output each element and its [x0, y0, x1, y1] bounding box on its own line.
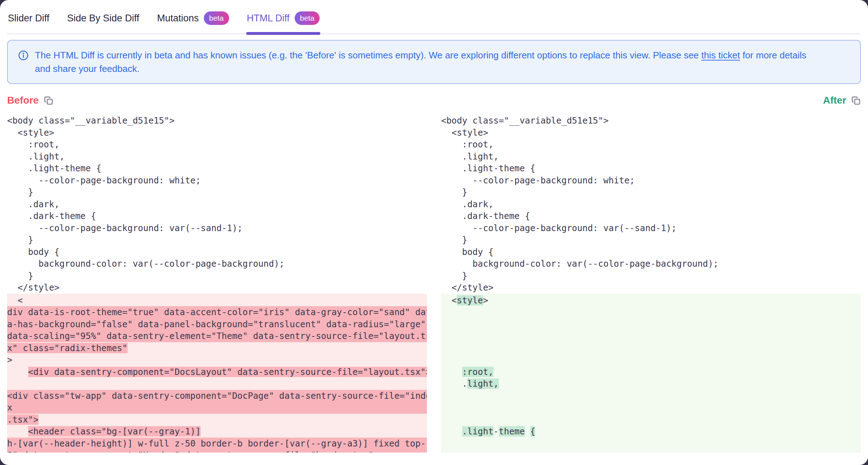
diff-row: [7, 378, 427, 390]
before-common-code: <body class="__variable_d51e15"> <style>…: [7, 115, 427, 294]
after-header: After: [823, 95, 861, 106]
tab-slider-diff[interactable]: Slider Diff: [7, 10, 50, 32]
code-line: .dark,: [7, 198, 427, 210]
code-line: :root,: [7, 139, 427, 151]
copy-icon: [44, 96, 53, 105]
diff-row: data-scaling="95%" data-sentry-element="…: [7, 330, 427, 342]
code-line: --color-page-background: white;: [441, 174, 861, 187]
diff-row: <div data-sentry-component="DocsLayout" …: [7, 366, 427, 378]
before-header: Before: [7, 95, 53, 106]
after-label: After: [823, 95, 846, 106]
before-panel: <body class="__variable_d51e15"> <style>…: [7, 115, 427, 453]
code-line: .light-theme {: [7, 162, 427, 174]
diff-row: :root,: [441, 366, 861, 378]
diff-row: x: [7, 402, 427, 414]
code-line: body {: [441, 246, 861, 258]
code-line: --color-page-background: var(--sand-1);: [441, 222, 861, 234]
diff-row: .light-theme {: [441, 425, 861, 438]
after-added-block: <style> :root, .light, .light-theme {: [441, 294, 861, 453]
tab-label: Slider Diff: [8, 13, 50, 24]
code-line: }: [7, 270, 427, 282]
code-line: .dark-theme {: [441, 210, 861, 222]
diff-row: [441, 414, 861, 426]
diff-row: [441, 438, 861, 450]
tab-label: Mutations: [157, 13, 199, 24]
page-card: Slider DiffSide By Side DiffMutationsbet…: [0, 0, 868, 465]
code-line: .dark-theme {: [7, 210, 427, 222]
tab-label: Side By Side Diff: [67, 13, 139, 24]
diff-row: <div class="tw-app" data-sentry-componen…: [7, 390, 427, 402]
diff-row: [441, 390, 861, 402]
after-copy-button[interactable]: [851, 96, 861, 105]
diff-row: x" class="radix-themes": [7, 342, 427, 354]
tab-html-diff[interactable]: HTML Diffbeta: [246, 9, 321, 33]
code-line: background-color: var(--color-page-backg…: [441, 258, 861, 270]
code-line: --color-page-background: var(--sand-1);: [7, 222, 427, 234]
before-removed-block: <div data-is-root-theme="true" data-acce…: [7, 294, 427, 453]
diff-row: <style>: [441, 294, 861, 307]
code-line: <style>: [7, 127, 427, 139]
after-common-code: <body class="__variable_d51e15"> <style>…: [441, 115, 861, 294]
beta-info-banner: The HTML Diff is currently in beta and h…: [7, 40, 861, 84]
diff-row: div data-is-root-theme="true" data-accen…: [7, 306, 427, 318]
diff-header: Before After: [7, 95, 861, 106]
code-line: }: [7, 234, 427, 246]
diff-row: [441, 306, 861, 318]
code-area: <body class="__variable_d51e15"> <style>…: [7, 115, 861, 453]
diff-row: <: [7, 294, 427, 307]
code-line: :root,: [441, 139, 861, 151]
code-line: --color-page-background: white;: [7, 174, 427, 187]
tab-mutations[interactable]: Mutationsbeta: [156, 9, 230, 33]
diff-row: h-[var(--header-height)] w-full z-50 bor…: [7, 438, 427, 450]
before-label: Before: [7, 95, 39, 106]
beta-badge: beta: [295, 11, 320, 25]
code-line: }: [441, 234, 861, 246]
code-line: .dark,: [441, 198, 861, 210]
banner-text-start: The HTML Diff is currently in beta and h…: [35, 50, 701, 61]
diff-row: >: [7, 354, 427, 366]
code-line: </style>: [7, 282, 427, 294]
code-line: <body class="__variable_d51e15">: [7, 115, 427, 127]
diff-row: .light,: [441, 378, 861, 390]
code-line: .light-theme {: [441, 162, 861, 174]
code-line: }: [441, 270, 861, 282]
code-line: <style>: [441, 127, 861, 139]
copy-icon: [851, 96, 861, 105]
tab-side-by-side-diff[interactable]: Side By Side Diff: [67, 10, 140, 32]
beta-badge: beta: [204, 11, 229, 25]
tab-bar: Slider DiffSide By Side DiffMutationsbet…: [7, 9, 861, 34]
code-line: }: [7, 186, 427, 198]
diff-row: [441, 402, 861, 414]
code-line: background-color: var(--color-page-backg…: [7, 258, 427, 270]
code-line: </style>: [441, 282, 861, 294]
diff-row: [441, 330, 861, 342]
diff-row: .tsx">: [7, 414, 427, 426]
after-panel: <body class="__variable_d51e15"> <style>…: [441, 115, 861, 453]
code-line: .light,: [441, 151, 861, 163]
before-copy-button[interactable]: [44, 96, 53, 105]
diff-row: [441, 342, 861, 354]
code-line: .light,: [7, 151, 427, 163]
diff-row: 0" data-sentry-component="Header" data-s…: [7, 449, 427, 453]
this-ticket-link[interactable]: this ticket: [701, 50, 740, 61]
info-icon: [18, 50, 29, 75]
diff-row: [441, 354, 861, 366]
code-line: <body class="__variable_d51e15">: [441, 115, 861, 127]
diff-row: a-has-background="false" data-panel-back…: [7, 318, 427, 330]
tab-label: HTML Diff: [247, 13, 290, 24]
code-line: }: [441, 186, 861, 198]
code-line: body {: [7, 246, 427, 258]
banner-text: The HTML Diff is currently in beta and h…: [35, 48, 815, 75]
diff-row: [441, 318, 861, 330]
diff-row: <header class="bg-[var(--gray-1)]: [7, 425, 427, 438]
